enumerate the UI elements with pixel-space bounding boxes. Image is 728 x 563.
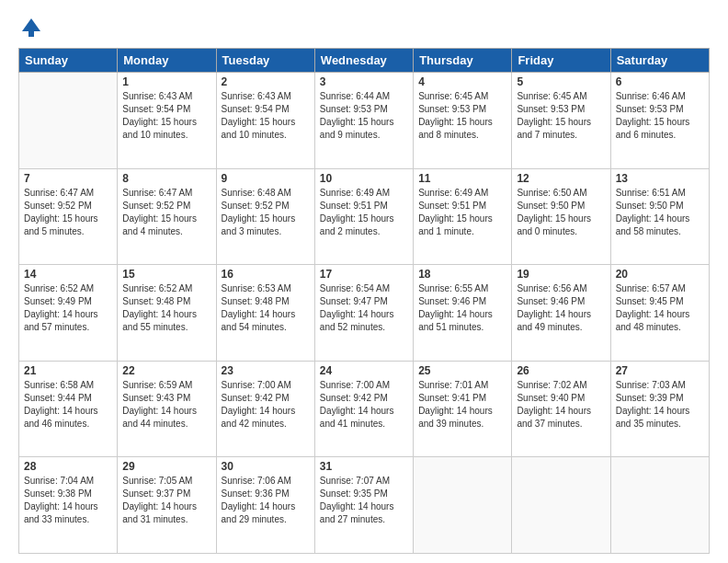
calendar-cell (512, 457, 610, 554)
calendar-cell: 19Sunrise: 6:56 AM Sunset: 9:46 PM Dayli… (512, 265, 610, 362)
day-number: 23 (222, 364, 310, 377)
day-number: 14 (24, 268, 112, 281)
svg-rect-1 (28, 31, 34, 37)
column-header-wednesday: Wednesday (314, 49, 413, 73)
day-number: 12 (517, 172, 605, 185)
cell-content: Sunrise: 6:46 AM Sunset: 9:53 PM Dayligh… (616, 90, 704, 142)
cell-content: Sunrise: 7:07 AM Sunset: 9:35 PM Dayligh… (320, 475, 408, 526)
day-number: 1 (122, 75, 210, 88)
cell-content: Sunrise: 6:49 AM Sunset: 9:51 PM Dayligh… (320, 187, 408, 238)
calendar-cell: 25Sunrise: 7:01 AM Sunset: 9:41 PM Dayli… (414, 361, 512, 457)
day-number: 31 (320, 460, 408, 473)
day-number: 27 (616, 364, 704, 377)
calendar-cell: 1Sunrise: 6:43 AM Sunset: 9:54 PM Daylig… (118, 73, 216, 169)
column-header-saturday: Saturday (610, 49, 709, 73)
day-number: 18 (418, 268, 506, 281)
day-number: 9 (222, 172, 310, 185)
cell-content: Sunrise: 6:55 AM Sunset: 9:46 PM Dayligh… (418, 282, 506, 334)
cell-content: Sunrise: 6:50 AM Sunset: 9:50 PM Dayligh… (517, 187, 605, 238)
cell-content: Sunrise: 6:47 AM Sunset: 9:52 PM Dayligh… (122, 187, 210, 238)
week-row-5: 28Sunrise: 7:04 AM Sunset: 9:38 PM Dayli… (19, 457, 710, 554)
day-number: 5 (517, 75, 605, 88)
calendar-cell: 11Sunrise: 6:49 AM Sunset: 9:51 PM Dayli… (414, 168, 512, 265)
cell-content: Sunrise: 6:53 AM Sunset: 9:48 PM Dayligh… (222, 282, 310, 334)
calendar-cell: 16Sunrise: 6:53 AM Sunset: 9:48 PM Dayli… (216, 265, 314, 362)
week-row-3: 14Sunrise: 6:52 AM Sunset: 9:49 PM Dayli… (19, 265, 710, 362)
day-number: 11 (418, 172, 506, 185)
calendar-cell: 27Sunrise: 7:03 AM Sunset: 9:39 PM Dayli… (610, 361, 709, 457)
logo-icon (18, 15, 44, 40)
calendar-cell: 20Sunrise: 6:57 AM Sunset: 9:45 PM Dayli… (610, 265, 709, 362)
day-number: 20 (616, 268, 704, 281)
day-number: 29 (122, 460, 210, 473)
calendar-cell: 3Sunrise: 6:44 AM Sunset: 9:53 PM Daylig… (314, 73, 413, 169)
week-row-1: 1Sunrise: 6:43 AM Sunset: 9:54 PM Daylig… (19, 73, 710, 169)
calendar-cell: 14Sunrise: 6:52 AM Sunset: 9:49 PM Dayli… (19, 265, 118, 362)
cell-content: Sunrise: 7:01 AM Sunset: 9:41 PM Dayligh… (418, 379, 506, 431)
cell-content: Sunrise: 6:51 AM Sunset: 9:50 PM Dayligh… (616, 187, 704, 238)
calendar-cell: 26Sunrise: 7:02 AM Sunset: 9:40 PM Dayli… (512, 361, 610, 457)
day-number: 17 (320, 268, 408, 281)
column-header-tuesday: Tuesday (216, 49, 314, 73)
cell-content: Sunrise: 6:59 AM Sunset: 9:43 PM Dayligh… (122, 379, 210, 431)
calendar-cell: 28Sunrise: 7:04 AM Sunset: 9:38 PM Dayli… (19, 457, 118, 554)
day-number: 21 (24, 364, 112, 377)
calendar-cell: 7Sunrise: 6:47 AM Sunset: 9:52 PM Daylig… (19, 168, 118, 265)
calendar-cell: 6Sunrise: 6:46 AM Sunset: 9:53 PM Daylig… (610, 73, 709, 169)
cell-content: Sunrise: 6:44 AM Sunset: 9:53 PM Dayligh… (320, 90, 408, 142)
calendar-cell (610, 457, 709, 554)
day-number: 24 (320, 364, 408, 377)
week-row-4: 21Sunrise: 6:58 AM Sunset: 9:44 PM Dayli… (19, 361, 710, 457)
cell-content: Sunrise: 7:00 AM Sunset: 9:42 PM Dayligh… (222, 379, 310, 431)
day-number: 10 (320, 172, 408, 185)
day-number: 2 (222, 75, 310, 88)
column-header-friday: Friday (512, 49, 610, 73)
calendar-cell: 2Sunrise: 6:43 AM Sunset: 9:54 PM Daylig… (216, 73, 314, 169)
cell-content: Sunrise: 7:05 AM Sunset: 9:37 PM Dayligh… (122, 475, 210, 526)
day-number: 16 (222, 268, 310, 281)
calendar-header-row: SundayMondayTuesdayWednesdayThursdayFrid… (19, 49, 710, 73)
calendar-cell: 15Sunrise: 6:52 AM Sunset: 9:48 PM Dayli… (118, 265, 216, 362)
cell-content: Sunrise: 6:43 AM Sunset: 9:54 PM Dayligh… (222, 90, 310, 142)
cell-content: Sunrise: 7:06 AM Sunset: 9:36 PM Dayligh… (222, 475, 310, 526)
calendar-cell: 21Sunrise: 6:58 AM Sunset: 9:44 PM Dayli… (19, 361, 118, 457)
cell-content: Sunrise: 6:56 AM Sunset: 9:46 PM Dayligh… (517, 282, 605, 334)
cell-content: Sunrise: 6:57 AM Sunset: 9:45 PM Dayligh… (616, 282, 704, 334)
day-number: 13 (616, 172, 704, 185)
cell-content: Sunrise: 6:45 AM Sunset: 9:53 PM Dayligh… (517, 90, 605, 142)
column-header-monday: Monday (118, 49, 216, 73)
week-row-2: 7Sunrise: 6:47 AM Sunset: 9:52 PM Daylig… (19, 168, 710, 265)
day-number: 19 (517, 268, 605, 281)
day-number: 22 (122, 364, 210, 377)
cell-content: Sunrise: 6:52 AM Sunset: 9:49 PM Dayligh… (24, 282, 112, 334)
cell-content: Sunrise: 6:45 AM Sunset: 9:53 PM Dayligh… (418, 90, 506, 142)
cell-content: Sunrise: 7:00 AM Sunset: 9:42 PM Dayligh… (320, 379, 408, 431)
cell-content: Sunrise: 6:52 AM Sunset: 9:48 PM Dayligh… (122, 282, 210, 334)
calendar-cell: 18Sunrise: 6:55 AM Sunset: 9:46 PM Dayli… (414, 265, 512, 362)
logo (18, 15, 48, 40)
day-number: 26 (517, 364, 605, 377)
calendar-cell: 5Sunrise: 6:45 AM Sunset: 9:53 PM Daylig… (512, 73, 610, 169)
calendar-cell: 31Sunrise: 7:07 AM Sunset: 9:35 PM Dayli… (314, 457, 413, 554)
calendar-cell (19, 73, 118, 169)
calendar-cell: 24Sunrise: 7:00 AM Sunset: 9:42 PM Dayli… (314, 361, 413, 457)
cell-content: Sunrise: 6:49 AM Sunset: 9:51 PM Dayligh… (418, 187, 506, 238)
calendar-cell: 17Sunrise: 6:54 AM Sunset: 9:47 PM Dayli… (314, 265, 413, 362)
calendar-cell: 13Sunrise: 6:51 AM Sunset: 9:50 PM Dayli… (610, 168, 709, 265)
calendar-cell (414, 457, 512, 554)
calendar-cell: 4Sunrise: 6:45 AM Sunset: 9:53 PM Daylig… (414, 73, 512, 169)
cell-content: Sunrise: 6:43 AM Sunset: 9:54 PM Dayligh… (122, 90, 210, 142)
day-number: 3 (320, 75, 408, 88)
day-number: 25 (418, 364, 506, 377)
day-number: 8 (122, 172, 210, 185)
calendar-cell: 22Sunrise: 6:59 AM Sunset: 9:43 PM Dayli… (118, 361, 216, 457)
calendar-cell: 9Sunrise: 6:48 AM Sunset: 9:52 PM Daylig… (216, 168, 314, 265)
calendar-table: SundayMondayTuesdayWednesdayThursdayFrid… (18, 48, 710, 554)
cell-content: Sunrise: 6:54 AM Sunset: 9:47 PM Dayligh… (320, 282, 408, 334)
header (18, 15, 710, 40)
day-number: 4 (418, 75, 506, 88)
calendar-cell: 30Sunrise: 7:06 AM Sunset: 9:36 PM Dayli… (216, 457, 314, 554)
cell-content: Sunrise: 6:58 AM Sunset: 9:44 PM Dayligh… (24, 379, 112, 431)
svg-marker-0 (22, 18, 40, 31)
calendar-cell: 29Sunrise: 7:05 AM Sunset: 9:37 PM Dayli… (118, 457, 216, 554)
